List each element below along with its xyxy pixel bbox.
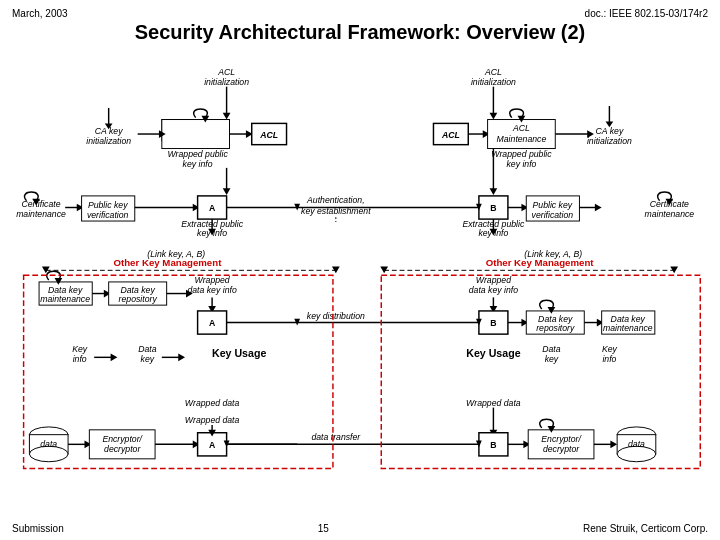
- svg-text:data: data: [628, 439, 645, 449]
- svg-text:key info: key info: [183, 159, 213, 169]
- svg-text:Data key: Data key: [538, 314, 573, 324]
- svg-text:CA key: CA key: [596, 126, 624, 136]
- svg-text:B: B: [490, 440, 496, 450]
- svg-text:Other Key Management: Other Key Management: [114, 257, 223, 268]
- svg-text:Maintenance: Maintenance: [497, 134, 547, 144]
- svg-text:B: B: [490, 203, 496, 213]
- svg-text:Key Usage: Key Usage: [212, 347, 266, 359]
- header: March, 2003 doc.: IEEE 802.15-03/174r2: [12, 8, 708, 19]
- author-label: Rene Struik, Certicom Corp.: [583, 523, 708, 534]
- svg-rect-7: [162, 120, 230, 149]
- svg-text:repository: repository: [119, 294, 158, 304]
- svg-text:Data: Data: [138, 345, 157, 355]
- svg-text:A: A: [209, 203, 216, 213]
- doc-ref: doc.: IEEE 802.15-03/174r2: [585, 8, 708, 19]
- svg-text:ACL: ACL: [259, 130, 278, 140]
- svg-text:info: info: [73, 354, 87, 364]
- svg-marker-66: [111, 353, 118, 361]
- svg-text:Other Key Management: Other Key Management: [486, 257, 595, 268]
- svg-text:Data key: Data key: [611, 314, 646, 324]
- date-label: March, 2003: [12, 8, 68, 19]
- svg-text:maintenance: maintenance: [16, 209, 66, 219]
- svg-text:ACL: ACL: [441, 130, 460, 140]
- svg-text:key: key: [545, 354, 559, 364]
- svg-text:key: key: [141, 354, 155, 364]
- svg-text:Data: Data: [542, 345, 561, 355]
- svg-text:Public key: Public key: [533, 200, 573, 210]
- svg-text:Key: Key: [72, 345, 88, 355]
- page-title: Security Architectural Framework: Overvi…: [12, 21, 708, 44]
- svg-text:Wrapped public: Wrapped public: [491, 149, 552, 159]
- svg-text:Data key: Data key: [121, 285, 156, 295]
- svg-text:key distribution: key distribution: [307, 311, 365, 321]
- svg-text:initialization: initialization: [587, 136, 632, 146]
- svg-text:initialization: initialization: [471, 77, 516, 87]
- svg-text:ACL: ACL: [484, 67, 502, 77]
- svg-text:ACL: ACL: [512, 123, 530, 133]
- svg-text:info: info: [602, 354, 616, 364]
- svg-text:maintenance: maintenance: [603, 323, 653, 333]
- svg-text:Wrapped public: Wrapped public: [167, 149, 228, 159]
- svg-text:Key Usage: Key Usage: [466, 347, 520, 359]
- footer: Submission 15 Rene Struik, Certicom Corp…: [12, 523, 708, 534]
- svg-marker-178: [610, 440, 617, 448]
- svg-marker-3: [223, 113, 231, 120]
- page: March, 2003 doc.: IEEE 802.15-03/174r2 S…: [0, 0, 720, 540]
- svg-text:Public key: Public key: [88, 200, 128, 210]
- svg-text:repository: repository: [536, 323, 575, 333]
- submission-label: Submission: [12, 523, 64, 534]
- svg-text:initialization: initialization: [86, 136, 131, 146]
- svg-text:Key: Key: [602, 345, 618, 355]
- svg-text:Data key: Data key: [48, 285, 83, 295]
- svg-marker-70: [178, 353, 185, 361]
- page-number: 15: [318, 523, 329, 534]
- svg-marker-16: [223, 188, 231, 195]
- svg-text:Wrapped data: Wrapped data: [185, 415, 240, 425]
- svg-text:Encryptor/: Encryptor/: [102, 434, 143, 444]
- svg-text:data: data: [40, 439, 57, 449]
- svg-text:A: A: [209, 440, 216, 450]
- svg-text:maintenance: maintenance: [40, 294, 90, 304]
- diagram: ACL initialization ACL Maintenance ACL W…: [12, 50, 708, 510]
- svg-text:data transfer: data transfer: [311, 432, 361, 442]
- svg-marker-116: [490, 188, 498, 195]
- svg-text:Certificate: Certificate: [21, 200, 60, 210]
- svg-text:initialization: initialization: [204, 77, 249, 87]
- svg-text:data key info: data key info: [469, 285, 518, 295]
- svg-text:maintenance: maintenance: [644, 209, 694, 219]
- svg-text:Encryptor/: Encryptor/: [541, 434, 582, 444]
- svg-text:B: B: [490, 318, 496, 328]
- svg-text:decryptor: decryptor: [104, 444, 141, 454]
- svg-text:Wrapped: Wrapped: [194, 275, 230, 285]
- svg-text:Wrapped data: Wrapped data: [466, 398, 521, 408]
- svg-text:A: A: [209, 318, 216, 328]
- svg-text:decryptor: decryptor: [543, 444, 580, 454]
- svg-text:Wrapped: Wrapped: [476, 275, 512, 285]
- svg-text:Wrapped data: Wrapped data: [185, 398, 240, 408]
- svg-text:ACL: ACL: [217, 67, 235, 77]
- svg-text:verification: verification: [87, 210, 129, 220]
- svg-text:Authentication,: Authentication,: [306, 195, 364, 205]
- svg-text:data key info: data key info: [187, 285, 236, 295]
- svg-text:verification: verification: [532, 210, 574, 220]
- svg-text:key info: key info: [506, 159, 536, 169]
- svg-marker-125: [595, 204, 602, 212]
- svg-marker-98: [490, 113, 498, 120]
